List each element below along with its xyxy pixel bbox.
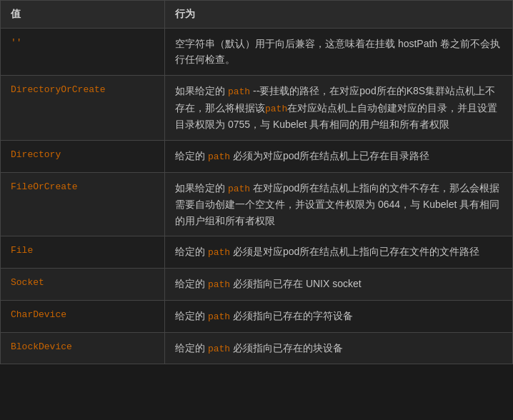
cell-value: FileOrCreate xyxy=(1,172,165,236)
cell-behavior: 给定的 path 必须指向已存在的块设备 xyxy=(165,332,513,364)
cell-value: BlockDevice xyxy=(1,332,165,364)
cell-behavior: 给定的 path 必须是对应pod所在结点机上指向已存在文件的文件路径 xyxy=(165,236,513,269)
table-row: FileOrCreate如果给定的 path 在对应pod所在结点机上指向的文件… xyxy=(1,172,513,236)
header-behavior: 行为 xyxy=(165,1,513,29)
cell-behavior: 空字符串（默认）用于向后兼容，这意味着在挂载 hostPath 卷之前不会执行任… xyxy=(165,29,513,76)
cell-value: '' xyxy=(1,29,165,76)
cell-behavior: 如果给定的 path --要挂载的路径，在对应pod所在的K8S集群站点机上不存… xyxy=(165,75,513,140)
main-table: 值 行为 ''空字符串（默认）用于向后兼容，这意味着在挂载 hostPath 卷… xyxy=(0,0,513,364)
cell-value: Socket xyxy=(1,268,165,300)
cell-value: File xyxy=(1,236,165,269)
cell-behavior: 给定的 path 必须指向已存在 UNIX socket xyxy=(165,268,513,300)
table-row: DirectoryOrCreate如果给定的 path --要挂载的路径，在对应… xyxy=(1,75,513,140)
table-row: BlockDevice给定的 path 必须指向已存在的块设备 xyxy=(1,332,513,364)
cell-behavior: 给定的 path 必须指向已存在的字符设备 xyxy=(165,300,513,332)
table-row: CharDevice给定的 path 必须指向已存在的字符设备 xyxy=(1,300,513,332)
cell-value: CharDevice xyxy=(1,300,165,332)
table-row: Directory给定的 path 必须为对应pod所在结点机上已存在目录路径 xyxy=(1,140,513,172)
cell-behavior: 如果给定的 path 在对应pod所在结点机上指向的文件不存在，那么会根据需要自… xyxy=(165,172,513,236)
cell-value: Directory xyxy=(1,140,165,172)
cell-value: DirectoryOrCreate xyxy=(1,75,165,140)
table-row: Socket给定的 path 必须指向已存在 UNIX socket xyxy=(1,268,513,300)
header-value: 值 xyxy=(1,1,165,29)
table-row: ''空字符串（默认）用于向后兼容，这意味着在挂载 hostPath 卷之前不会执… xyxy=(1,29,513,76)
cell-behavior: 给定的 path 必须为对应pod所在结点机上已存在目录路径 xyxy=(165,140,513,172)
table-row: File给定的 path 必须是对应pod所在结点机上指向已存在文件的文件路径 xyxy=(1,236,513,269)
